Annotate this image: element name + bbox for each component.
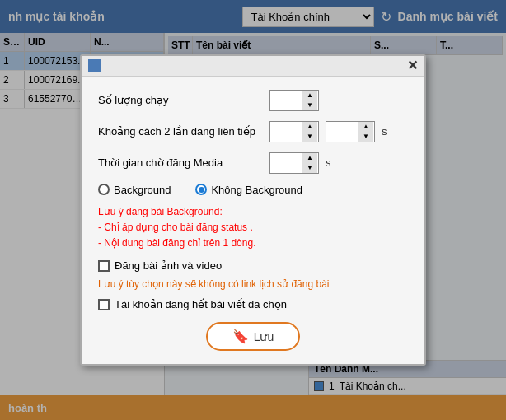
modal-icon — [88, 59, 101, 72]
warning-line1: - Chỉ áp dụng cho bài đăng status . — [98, 222, 253, 233]
thoi-gian-field[interactable]: 10 — [270, 155, 302, 170]
save-btn-area: 🔖 Lưu — [98, 322, 408, 351]
checkbox-all-posts-label: Tài khoản đăng hết bài viết đã chọn — [115, 298, 287, 310]
thoi-gian-label: Thời gian chờ đăng Media — [98, 156, 263, 169]
thoi-gian-input[interactable]: 10 ▲ ▼ — [269, 152, 319, 174]
khoang-cach-spin1[interactable]: ▲ ▼ — [302, 122, 317, 142]
checkbox-photo-video-row[interactable]: Đăng bài ảnh và video — [98, 259, 408, 272]
save-label: Lưu — [254, 330, 274, 343]
khoang-cach-field2[interactable]: 10 — [326, 124, 358, 139]
khoang-cach-label: Khoảng cách 2 lần đăng liên tiếp — [98, 125, 263, 138]
khoang-cach-up2[interactable]: ▲ — [358, 122, 373, 132]
khoang-cach-spin2[interactable]: ▲ ▼ — [358, 122, 373, 142]
checkbox-photo-video-label: Đăng bài ảnh và video — [115, 259, 222, 272]
radio-bg-circle[interactable] — [98, 184, 110, 195]
so-luong-spin[interactable]: ▲ ▼ — [302, 91, 317, 110]
modal-title-bar: ✕ — [82, 56, 424, 77]
radio-nobg-circle[interactable] — [195, 184, 207, 195]
checkbox-all-posts-row[interactable]: Tài khoản đăng hết bài viết đã chọn — [98, 298, 408, 310]
modal-close-button[interactable]: ✕ — [407, 59, 418, 72]
khoang-cach-input1[interactable]: 5 ▲ ▼ — [269, 121, 319, 142]
radio-nobg-label: Không Background — [211, 184, 302, 196]
bookmark-icon: 🔖 — [232, 329, 249, 344]
warning-line2: - Nội dung bài đăng chỉ trên 1 dòng. — [98, 237, 255, 249]
so-luong-field[interactable]: 3 — [270, 92, 302, 108]
warning-text: Lưu ý đăng bài Background: - Chỉ áp dụng… — [98, 204, 408, 252]
khoang-cach-down2[interactable]: ▼ — [358, 132, 373, 142]
khoang-cach-unit: s — [382, 125, 387, 138]
khoang-cach-up1[interactable]: ▲ — [302, 122, 317, 132]
modal-overlay: ✕ Số lượng chạy 3 ▲ ▼ Khoảng cách 2 lần … — [0, 0, 506, 420]
radio-group: Background Không Background — [98, 184, 408, 196]
modal-dialog: ✕ Số lượng chạy 3 ▲ ▼ Khoảng cách 2 lần … — [80, 54, 426, 366]
warning-line0: Lưu ý đăng bài Background: — [98, 206, 223, 217]
radio-no-background[interactable]: Không Background — [195, 184, 302, 196]
khoang-cach-input2[interactable]: 10 ▲ ▼ — [326, 121, 375, 142]
khoang-cach-down1[interactable]: ▼ — [302, 132, 317, 142]
orange-warning: Lưu ý tùy chọn này sẽ không có link lịch… — [98, 278, 408, 290]
checkbox-all-posts[interactable] — [98, 299, 110, 310]
khoang-cach-field1[interactable]: 5 — [270, 124, 302, 139]
save-button[interactable]: 🔖 Lưu — [206, 322, 301, 351]
so-luong-up[interactable]: ▲ — [302, 91, 317, 100]
thoi-gian-down[interactable]: ▼ — [302, 163, 317, 173]
checkbox-photo-video[interactable] — [98, 260, 110, 272]
radio-bg-label: Background — [114, 184, 171, 196]
so-luong-down[interactable]: ▼ — [302, 100, 317, 110]
modal-body: Số lượng chạy 3 ▲ ▼ Khoảng cách 2 lần đă… — [82, 77, 424, 365]
khoang-cach-row: Khoảng cách 2 lần đăng liên tiếp 5 ▲ ▼ 1… — [98, 121, 408, 142]
so-luong-input[interactable]: 3 ▲ ▼ — [269, 90, 319, 111]
radio-background[interactable]: Background — [98, 184, 171, 196]
thoi-gian-row: Thời gian chờ đăng Media 10 ▲ ▼ s — [98, 152, 408, 174]
so-luong-label: Số lượng chạy — [98, 94, 263, 106]
thoi-gian-up[interactable]: ▲ — [302, 153, 317, 163]
so-luong-row: Số lượng chạy 3 ▲ ▼ — [98, 90, 408, 111]
thoi-gian-spin[interactable]: ▲ ▼ — [302, 153, 317, 173]
thoi-gian-unit: s — [326, 156, 331, 169]
